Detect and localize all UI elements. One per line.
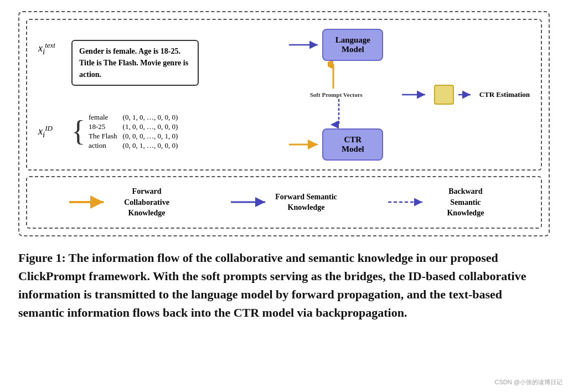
x-id-label: xiID bbox=[38, 123, 66, 140]
ctr-estimation-box bbox=[434, 85, 454, 105]
forward-semantic-label: Forward SemanticKnowledge bbox=[275, 192, 337, 213]
lm-section: LanguageModel So bbox=[276, 29, 396, 161]
feature-vec-action: (0, 0, 1, …, 0, 0, 0) bbox=[123, 141, 178, 150]
ctr-model-box: CTRModel bbox=[322, 128, 383, 161]
top-section: xitext Gender is female. Age is 18-25. T… bbox=[26, 19, 542, 171]
backward-semantic-label: Backward SemanticKnowledge bbox=[432, 186, 499, 219]
figure-caption: Figure 1: The information flow of the co… bbox=[18, 249, 550, 322]
ctr-estimation-label: CTR Estimation bbox=[479, 90, 530, 99]
right-column: CTR Estimation bbox=[402, 85, 530, 105]
soft-prompt-section: Soft Prompt Vectors bbox=[310, 61, 363, 128]
forward-semantic-arrow bbox=[231, 195, 270, 209]
soft-prompt-label: Soft Prompt Vectors bbox=[310, 91, 363, 98]
diagram-outer: xitext Gender is female. Age is 18-25. T… bbox=[18, 11, 550, 236]
forward-collab-arrow bbox=[69, 195, 108, 209]
text-to-lm-arrow bbox=[289, 38, 322, 51]
feature-table: female (0, 1, 0, …, 0, 0, 0) 18-25 (1, 0… bbox=[89, 113, 178, 150]
watermark: CSDN @小张的读博日记 bbox=[495, 378, 562, 386]
ctr-to-lm-arrow bbox=[328, 61, 344, 91]
lm-row: LanguageModel bbox=[276, 29, 396, 61]
feature-name-age: 18-25 bbox=[89, 122, 117, 131]
legend-forward-semantic: Forward SemanticKnowledge bbox=[231, 192, 337, 213]
legend-forward-collab: Forward CollaborativeKnowledge bbox=[69, 186, 180, 219]
id-input-row: xiID { female (0, 1, 0, …, 0, 0, 0) 18-2… bbox=[38, 113, 271, 150]
feature-vec-female: (0, 1, 0, …, 0, 0, 0) bbox=[123, 113, 178, 122]
id-features: { female (0, 1, 0, …, 0, 0, 0) 18-25 (1,… bbox=[71, 113, 178, 150]
top-inner: xitext Gender is female. Age is 18-25. T… bbox=[38, 29, 530, 161]
ctr-row: CTRModel bbox=[276, 128, 396, 161]
feature-name-female: female bbox=[89, 113, 117, 122]
feature-vec-age: (1, 0, 0, …, 0, 0, 0) bbox=[123, 122, 178, 131]
legend-backward-semantic: Backward SemanticKnowledge bbox=[388, 186, 499, 219]
lm-to-ctr-arrow bbox=[328, 98, 344, 128]
id-to-ctr-arrow bbox=[289, 138, 322, 151]
left-brace: { bbox=[71, 117, 85, 146]
feature-name-flash: The Flash bbox=[89, 132, 117, 141]
center-column: LanguageModel So bbox=[271, 29, 402, 161]
feature-name-action: action bbox=[89, 141, 117, 150]
ctr-estimation-out-arrow bbox=[458, 88, 475, 101]
to-ctr-estimation-arrow bbox=[402, 88, 430, 101]
language-model-box: LanguageModel bbox=[322, 29, 383, 61]
x-text-label: xitext bbox=[38, 40, 66, 56]
forward-collab-label: Forward CollaborativeKnowledge bbox=[113, 186, 180, 219]
left-column: xitext Gender is female. Age is 18-25. T… bbox=[38, 29, 271, 161]
text-input-box: Gender is female. Age is 18-25. Title is… bbox=[71, 40, 199, 86]
bottom-section: Forward CollaborativeKnowledge Forward S… bbox=[26, 176, 542, 229]
backward-semantic-arrow bbox=[388, 195, 427, 209]
feature-vec-flash: (0, 0, 0, …, 0, 1, 0) bbox=[123, 132, 178, 141]
text-input-row: xitext Gender is female. Age is 18-25. T… bbox=[38, 40, 271, 86]
